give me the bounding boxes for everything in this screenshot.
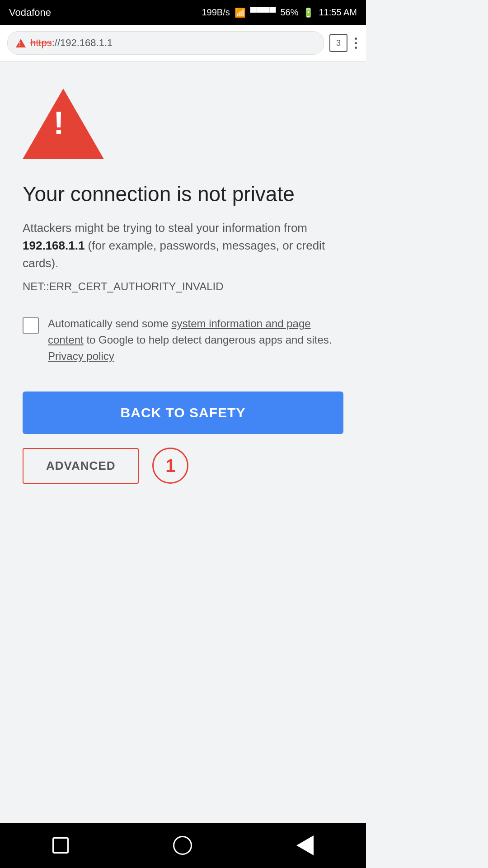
badge-number: 1 [165,456,175,476]
back-button[interactable] [296,835,314,855]
browser-toolbar: https://192.168.1.1 3 [0,25,366,61]
url-protocol: https [30,37,52,48]
status-bar: Vodafone 199B/s 📶 ▀▀▀▀ 56% 🔋 11:55 AM [0,0,366,25]
dot-2 [355,42,357,44]
home-button[interactable] [173,836,192,855]
privacy-policy-link[interactable]: Privacy policy [48,350,114,362]
battery-icon: 🔋 [303,7,314,18]
error-description-before: Attackers might be trying to steal your … [23,221,307,235]
dot-3 [355,47,357,49]
wifi-icon: 📶 [235,7,246,18]
status-bar-right: 199B/s 📶 ▀▀▀▀ 56% 🔋 11:55 AM [202,7,357,18]
send-info-section: Automatically send some system informati… [23,316,343,364]
error-description: Attackers might be trying to steal your … [23,219,343,272]
error-code: NET::ERR_CERT_AUTHORITY_INVALID [23,280,343,293]
url-display: https://192.168.1.1 [30,37,113,49]
checkbox-label-middle: to Google to help detect dangerous apps … [84,334,332,346]
warning-triangle-icon [23,89,104,159]
url-path: ://192.168.1.1 [52,37,113,48]
error-domain: 192.168.1.1 [23,239,84,252]
tab-switcher-button[interactable]: 3 [329,34,347,52]
advanced-button[interactable]: ADVANCED [23,448,139,484]
recent-apps-button[interactable] [52,837,69,854]
overflow-menu-button[interactable] [353,36,359,51]
tab-count-label: 3 [336,38,341,48]
notification-badge: 1 [152,448,188,484]
carrier-label: Vodafone [9,7,51,19]
network-speed-label: 199B/s [202,7,230,18]
dot-1 [355,38,357,40]
error-title: Your connection is not private [23,182,343,207]
advanced-actions: ADVANCED 1 [23,448,343,484]
signal-icon: ▀▀▀▀ [250,7,276,18]
time-label: 11:55 AM [319,7,357,18]
main-content: Your connection is not private Attackers… [0,61,366,823]
bottom-navigation [0,823,366,868]
security-warning-icon [16,39,26,47]
send-info-label: Automatically send some system informati… [48,316,343,364]
back-to-safety-button[interactable]: BACK TO SAFETY [23,392,343,434]
send-info-checkbox[interactable] [23,317,39,334]
checkbox-label-prefix: Automatically send some [48,317,171,330]
battery-label: 56% [280,7,298,18]
address-bar[interactable]: https://192.168.1.1 [7,31,324,55]
